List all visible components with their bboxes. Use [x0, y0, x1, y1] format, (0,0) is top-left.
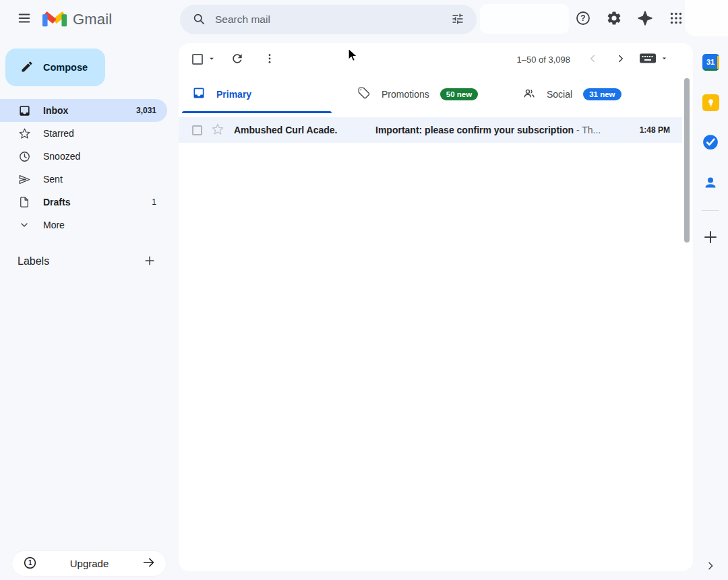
list-scrollbar[interactable] — [684, 78, 690, 243]
kebab-icon — [264, 53, 276, 67]
pagination-controls: 1–50 of 3,098 — [516, 48, 669, 71]
mailbox-nav: Inbox 3,031 Starred Snoozed — [0, 99, 167, 236]
create-label-button[interactable] — [139, 251, 160, 272]
calendar-day: 31 — [706, 58, 715, 66]
clock-icon — [18, 150, 31, 163]
sidebar-item-inbox[interactable]: Inbox 3,031 — [0, 99, 167, 122]
sidebar-item-more[interactable]: More — [0, 214, 167, 236]
search-input[interactable] — [211, 13, 446, 26]
sidebar-item-label: Drafts — [43, 197, 152, 207]
plus-icon — [143, 254, 156, 269]
sidebar: Compose Inbox 3,031 Starred — [0, 38, 179, 580]
google-one-icon: 1 — [23, 556, 37, 572]
gmail-m-icon — [42, 8, 67, 31]
gemini-icon — [637, 10, 653, 28]
caret-down-icon — [207, 54, 216, 65]
older-page-button[interactable] — [609, 48, 632, 71]
email-row[interactable]: Ambushed Curl Acade. Important: please c… — [179, 117, 682, 143]
sidebar-item-drafts[interactable]: Drafts 1 — [0, 191, 167, 214]
social-new-badge: 31 new — [583, 88, 621, 100]
mouse-cursor — [345, 47, 360, 66]
search-icon — [192, 12, 206, 28]
contacts-button[interactable] — [693, 166, 728, 201]
sidebar-item-label: More — [43, 220, 156, 230]
header-actions: ? — [570, 5, 690, 32]
select-all-checkbox[interactable] — [192, 54, 203, 65]
email-list: Ambushed Curl Acade. Important: please c… — [179, 113, 693, 143]
chevron-left-icon — [586, 53, 599, 67]
star-toggle[interactable] — [211, 123, 224, 138]
header-highlight — [480, 4, 569, 34]
inbox-tab-icon — [192, 86, 206, 102]
get-addons-button[interactable] — [693, 220, 728, 255]
people-icon — [522, 86, 536, 102]
email-subject: Important: please confirm your subscript… — [375, 125, 574, 135]
category-tabs: Primary Promotions 50 new Social 31 new — [179, 75, 693, 113]
keyboard-icon — [639, 52, 657, 67]
input-tools-button[interactable] — [639, 52, 669, 67]
search-button[interactable] — [187, 7, 211, 32]
chevron-down-icon — [18, 218, 31, 232]
search-options-button[interactable] — [446, 7, 470, 32]
sidebar-item-label: Starred — [43, 128, 156, 139]
svg-text:1: 1 — [28, 559, 32, 567]
help-button[interactable]: ? — [570, 5, 597, 32]
keep-button[interactable] — [693, 85, 728, 120]
sidebar-item-label: Inbox — [43, 105, 136, 116]
main-menu-button[interactable] — [9, 5, 39, 32]
app-title: Gmail — [73, 11, 112, 28]
google-apps-button[interactable] — [663, 5, 690, 32]
search-bar — [180, 5, 477, 34]
compose-button[interactable]: Compose — [5, 49, 105, 86]
sidebar-item-label: Snoozed — [43, 151, 156, 162]
upgrade-label: Upgrade — [46, 558, 133, 569]
tab-primary[interactable]: Primary — [179, 75, 344, 113]
email-time: 1:48 PM — [640, 125, 670, 135]
expand-side-panel-button[interactable] — [700, 556, 721, 577]
add-icon — [702, 229, 719, 247]
corner-highlight — [685, 0, 728, 36]
hamburger-icon — [17, 11, 32, 28]
newer-page-button[interactable] — [581, 48, 604, 71]
calendar-button[interactable]: 31 — [693, 44, 728, 79]
sidebar-item-count: 3,031 — [136, 106, 156, 115]
list-toolbar: 1–50 of 3,098 — [179, 43, 693, 75]
help-icon: ? — [575, 10, 591, 28]
contacts-icon — [702, 174, 719, 193]
upgrade-button[interactable]: 1 Upgrade — [12, 551, 166, 576]
tab-promotions[interactable]: Promotions 50 new — [344, 75, 509, 113]
sidebar-item-count: 1 — [152, 197, 156, 207]
rail-divider — [702, 210, 719, 211]
send-icon — [18, 172, 31, 186]
gmail-logo: Gmail — [42, 8, 112, 31]
inbox-icon — [18, 104, 31, 117]
email-checkbox[interactable] — [192, 125, 202, 135]
expand-panel-icon — [705, 560, 716, 573]
email-text: Important: please confirm your subscript… — [375, 125, 632, 135]
tab-label: Social — [547, 89, 572, 100]
star-icon — [18, 127, 31, 140]
tag-icon — [357, 86, 371, 102]
gmail-window: Gmail ? — [0, 0, 728, 580]
settings-gear-icon — [606, 10, 622, 28]
draft-icon — [18, 195, 31, 209]
svg-text:?: ? — [580, 13, 585, 23]
star-icon — [211, 123, 224, 138]
refresh-button[interactable] — [226, 48, 249, 71]
tab-social[interactable]: Social 31 new — [509, 75, 674, 113]
side-panel-rail: 31 — [693, 38, 728, 580]
tasks-button[interactable] — [693, 125, 728, 160]
gemini-button[interactable] — [632, 5, 659, 32]
email-sender: Ambushed Curl Acade. — [234, 125, 375, 135]
sidebar-item-label: Sent — [43, 174, 156, 185]
select-dropdown-button[interactable] — [207, 54, 216, 65]
labels-section: Labels — [0, 249, 167, 273]
sidebar-item-snoozed[interactable]: Snoozed — [0, 145, 167, 168]
tasks-icon — [702, 133, 719, 153]
pagination-text: 1–50 of 3,098 — [516, 55, 570, 65]
caret-down-icon — [660, 54, 669, 65]
sidebar-item-starred[interactable]: Starred — [0, 122, 167, 145]
sidebar-item-sent[interactable]: Sent — [0, 168, 167, 191]
more-options-button[interactable] — [258, 48, 281, 71]
settings-button[interactable] — [601, 5, 628, 32]
